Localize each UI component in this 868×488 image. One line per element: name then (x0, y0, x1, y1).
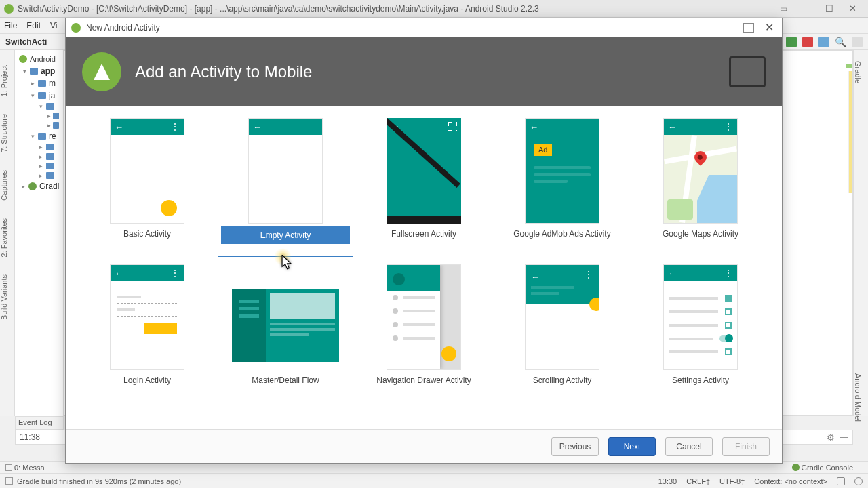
checkbox-icon (725, 348, 732, 355)
template-admob-activity[interactable]: ← Ad Google AdMob Ads Activity (494, 115, 630, 257)
back-arrow-icon: ← (253, 122, 262, 132)
back-arrow-icon: ← (668, 268, 677, 279)
project-view-selector[interactable]: Android (16, 53, 62, 65)
toolbar-run-icon[interactable] (786, 37, 797, 47)
toolbar-avd-icon[interactable] (818, 37, 829, 47)
dialog-close-button[interactable]: ✕ (762, 21, 776, 34)
expand-icon (448, 122, 457, 131)
overflow-menu-icon: ⋮ (724, 125, 733, 129)
project-tool-window: Android ▾app ▸m ▾ja ▾ ▸ ▸ ▾re ▸ ▸ ▸ ▸ ▸G… (15, 50, 64, 416)
menu-edit[interactable]: Edit (26, 21, 41, 30)
gradle-console-tab[interactable]: Gradle Console (792, 464, 853, 472)
previous-button[interactable]: Previous (551, 437, 599, 456)
next-button[interactable]: Next (608, 437, 656, 456)
tree-item-app[interactable]: ▾app (16, 65, 62, 77)
presentation-icon[interactable] (743, 23, 754, 33)
tool-structure[interactable]: 7: Structure (0, 111, 8, 155)
dialog-footer: Previous Next Cancel Finish (66, 429, 782, 463)
menu-view[interactable]: Vi (50, 21, 57, 30)
back-arrow-icon: ← (668, 122, 677, 132)
android-icon (19, 55, 27, 63)
status-encoding[interactable]: UTF-8‡ (719, 477, 745, 485)
user-avatar[interactable] (852, 37, 863, 47)
editor-marker (846, 64, 852, 68)
new-activity-dialog: New Android Activity ✕ Add an Activity t… (65, 18, 783, 464)
status-context[interactable]: Context: <no context> (754, 477, 827, 485)
left-tool-strip: 1: Project 7: Structure Captures 2: Favo… (0, 50, 15, 416)
scroll-fade (66, 417, 782, 429)
template-nav-drawer[interactable]: Navigation Drawer Activity (356, 261, 492, 403)
status-caret[interactable]: 13:30 (658, 477, 677, 485)
tool-project[interactable]: 1: Project (0, 62, 8, 99)
tree-item[interactable]: ▸m (16, 77, 62, 89)
dialog-body: ←⋮ Basic Activity ← Empty Activity ← (66, 106, 782, 429)
breadcrumb-root[interactable]: SwitchActi (5, 37, 47, 47)
status-line-sep[interactable]: CRLF‡ (686, 477, 710, 485)
main-window-titlebar: SwitchActivityDemo - [C:\t\SwitchActivit… (0, 0, 868, 18)
tree-item-gradle[interactable]: ▸Gradl (16, 180, 62, 192)
tool-gradle[interactable]: Gradle (854, 58, 862, 86)
tree-item[interactable]: ▾re (16, 130, 62, 142)
gradle-icon (792, 464, 800, 471)
menu-file[interactable]: File (4, 21, 17, 30)
fab-icon (441, 346, 456, 361)
tool-captures[interactable]: Captures (0, 167, 8, 203)
presentation-mode-icon[interactable]: ▭ (777, 3, 789, 15)
tree-item[interactable]: ▸ (16, 171, 62, 180)
settings-icon[interactable]: ⚙ (827, 432, 835, 443)
dialog-header: Add an Activity to Mobile (66, 37, 782, 106)
dialog-titlebar: New Android Activity ✕ (66, 18, 782, 37)
template-basic-activity[interactable]: ←⋮ Basic Activity (79, 115, 215, 257)
back-arrow-icon: ← (115, 122, 123, 132)
inspection-icon[interactable] (837, 477, 845, 485)
device-outline-icon (729, 56, 766, 87)
back-arrow-icon: ← (530, 122, 538, 132)
messages-tab[interactable]: 0: Messa (5, 464, 45, 472)
status-message: Gradle build finished in 9s 920ms (2 min… (17, 477, 181, 485)
overflow-menu-icon: ⋮ (724, 271, 733, 275)
dialog-title: New Android Activity (86, 23, 743, 33)
ad-badge: Ad (534, 144, 552, 156)
event-log-tab[interactable]: Event Log (15, 416, 64, 430)
search-icon[interactable]: 🔍 (835, 37, 846, 47)
close-button[interactable]: ✕ (841, 2, 864, 16)
checkbox-icon (725, 322, 732, 329)
tree-item[interactable]: ▸ (16, 152, 62, 161)
collapse-icon[interactable]: — (840, 432, 848, 442)
maximize-button[interactable]: ☐ (818, 2, 841, 16)
tool-android-model[interactable]: Android Model (854, 371, 862, 424)
checkbox-icon (725, 308, 732, 315)
template-empty-activity[interactable]: ← Empty Activity (218, 115, 353, 257)
cancel-button[interactable]: Cancel (665, 437, 713, 456)
tree-item[interactable]: ▾ (16, 102, 62, 111)
template-fullscreen-activity[interactable]: ← Fullscreen Activity (356, 115, 492, 257)
back-arrow-icon: ← (531, 272, 540, 282)
toolbar-stop-icon[interactable] (802, 37, 813, 47)
main-window-title: SwitchActivityDemo - [C:\t\SwitchActivit… (18, 4, 777, 14)
tree-item[interactable]: ▸ (16, 142, 62, 152)
template-scrolling-activity[interactable]: ←⋮ Scrolling Activity (494, 261, 630, 403)
overflow-menu-icon: ⋮ (584, 269, 593, 280)
memory-indicator-icon[interactable] (854, 477, 863, 485)
minimize-button[interactable]: — (795, 2, 818, 16)
finish-button[interactable]: Finish (722, 437, 770, 456)
back-arrow-icon: ← (115, 268, 123, 279)
tree-item[interactable]: ▸ (16, 111, 62, 121)
overflow-menu-icon: ⋮ (170, 271, 180, 275)
right-tool-strip: Gradle Android Model (853, 50, 868, 416)
android-icon (71, 23, 81, 33)
template-login-activity[interactable]: ←⋮ Login Activity (79, 261, 215, 403)
overflow-menu-icon: ⋮ (170, 125, 180, 129)
status-indicator-icon[interactable] (5, 477, 13, 485)
tree-item[interactable]: ▸ (16, 121, 62, 130)
template-maps-activity[interactable]: ←⋮ Google Maps Activity (633, 115, 768, 257)
template-settings-activity[interactable]: ←⋮ Settings Activity (633, 261, 768, 403)
editor-scrollbar-markers (848, 71, 852, 193)
tool-build-variants[interactable]: Build Variants (0, 272, 8, 323)
template-master-detail[interactable]: Master/Detail Flow (218, 261, 353, 403)
tree-item[interactable]: ▸ (16, 161, 62, 171)
tree-item[interactable]: ▾ja (16, 89, 62, 102)
dialog-header-title: Add an Activity to Mobile (135, 62, 312, 81)
tool-favorites[interactable]: 2: Favorites (0, 216, 8, 260)
toggle-icon (719, 336, 732, 342)
